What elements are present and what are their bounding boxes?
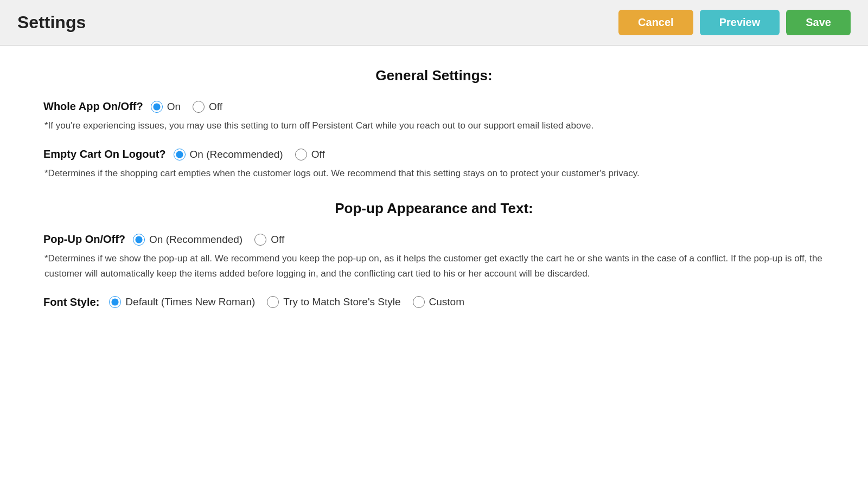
font-style-radio-group: Default (Times New Roman) Try to Match S…	[109, 296, 464, 308]
popup-toggle-label: Pop-Up On/Off?	[43, 233, 125, 246]
popup-off-option[interactable]: Off	[254, 234, 284, 246]
font-match-option[interactable]: Try to Match Store's Style	[267, 296, 400, 308]
whole-app-off-radio[interactable]	[193, 101, 205, 113]
whole-app-on-label: On	[167, 101, 181, 113]
whole-app-radio-group: On Off	[151, 101, 222, 113]
whole-app-on-radio[interactable]	[151, 101, 163, 113]
font-style-setting: Font Style: Default (Times New Roman) Tr…	[43, 296, 825, 309]
whole-app-row: Whole App On/Off? On Off	[43, 100, 825, 113]
popup-toggle-row: Pop-Up On/Off? On (Recommended) Off	[43, 233, 825, 246]
page-title: Settings	[17, 12, 86, 33]
popup-on-option[interactable]: On (Recommended)	[133, 234, 242, 246]
save-button[interactable]: Save	[786, 10, 851, 35]
general-settings-section: General Settings: Whole App On/Off? On O…	[43, 67, 825, 181]
font-default-option[interactable]: Default (Times New Roman)	[109, 296, 255, 308]
popup-toggle-description: *Determines if we show the pop-up at all…	[43, 251, 825, 280]
cancel-button[interactable]: Cancel	[618, 10, 693, 35]
empty-cart-description: *Determines if the shopping cart empties…	[43, 166, 825, 181]
font-match-label: Try to Match Store's Style	[283, 296, 400, 308]
popup-settings-title: Pop-up Appearance and Text:	[43, 200, 825, 217]
popup-toggle-setting: Pop-Up On/Off? On (Recommended) Off *Det…	[43, 233, 825, 280]
empty-cart-on-label: On (Recommended)	[190, 149, 283, 160]
header-buttons: Cancel Preview Save	[618, 10, 851, 35]
whole-app-label: Whole App On/Off?	[43, 100, 143, 113]
popup-off-radio[interactable]	[254, 234, 266, 246]
whole-app-on-option[interactable]: On	[151, 101, 181, 113]
whole-app-description: *If you're experiencing issues, you may …	[43, 118, 825, 133]
popup-on-label: On (Recommended)	[149, 234, 242, 246]
empty-cart-radio-group: On (Recommended) Off	[174, 149, 325, 160]
whole-app-off-option[interactable]: Off	[193, 101, 222, 113]
font-default-radio[interactable]	[109, 296, 121, 308]
popup-toggle-radio-group: On (Recommended) Off	[133, 234, 284, 246]
font-custom-label: Custom	[429, 296, 464, 308]
font-default-label: Default (Times New Roman)	[125, 296, 255, 308]
empty-cart-setting: Empty Cart On Logout? On (Recommended) O…	[43, 148, 825, 181]
font-match-radio[interactable]	[267, 296, 279, 308]
font-custom-option[interactable]: Custom	[413, 296, 464, 308]
font-custom-radio[interactable]	[413, 296, 425, 308]
whole-app-off-label: Off	[209, 101, 222, 113]
header: Settings Cancel Preview Save	[0, 0, 868, 46]
empty-cart-on-radio[interactable]	[174, 149, 186, 160]
general-settings-title: General Settings:	[43, 67, 825, 84]
empty-cart-off-label: Off	[311, 149, 325, 160]
popup-on-radio[interactable]	[133, 234, 145, 246]
preview-button[interactable]: Preview	[700, 10, 780, 35]
main-content: General Settings: Whole App On/Off? On O…	[0, 46, 868, 488]
whole-app-setting: Whole App On/Off? On Off *If you're expe…	[43, 100, 825, 133]
empty-cart-off-option[interactable]: Off	[295, 149, 325, 160]
empty-cart-row: Empty Cart On Logout? On (Recommended) O…	[43, 148, 825, 160]
font-style-label: Font Style:	[43, 296, 99, 309]
empty-cart-label: Empty Cart On Logout?	[43, 148, 166, 160]
popup-settings-section: Pop-up Appearance and Text: Pop-Up On/Of…	[43, 200, 825, 308]
empty-cart-off-radio[interactable]	[295, 149, 307, 160]
popup-off-label: Off	[271, 234, 284, 246]
empty-cart-on-option[interactable]: On (Recommended)	[174, 149, 283, 160]
font-style-row: Font Style: Default (Times New Roman) Tr…	[43, 296, 825, 309]
